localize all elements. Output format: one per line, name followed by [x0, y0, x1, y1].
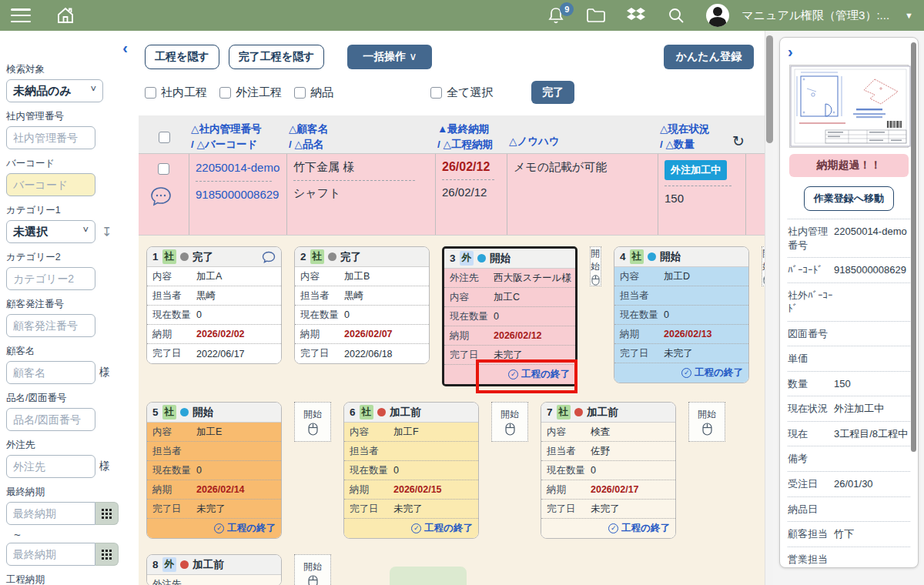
search-target-select[interactable]: 未納品のみ: [6, 79, 103, 102]
card-field-label: 完了日: [620, 347, 664, 360]
col-customer[interactable]: △顧客名/ △品名: [287, 115, 436, 153]
card-number: 1: [152, 251, 159, 262]
panel-expand-icon[interactable]: ›: [788, 43, 793, 60]
checkbox-outsource-process[interactable]: 外注工程: [219, 85, 282, 100]
start-dropzone[interactable]: 開始: [590, 246, 601, 286]
sidebar-collapse-icon[interactable]: ‹: [122, 40, 128, 55]
status-dot-icon: [328, 252, 336, 261]
main-scrollbar-thumb[interactable]: [766, 35, 773, 143]
detail-field-row: 図面番号: [788, 322, 910, 347]
process-card-5[interactable]: 5社開始内容加工E担当者現在数量0納期2026/02/14完了日未完了✓工程の終…: [146, 402, 282, 539]
user-avatar[interactable]: [706, 4, 729, 27]
partial-delivery-card[interactable]: [390, 567, 467, 585]
process-card-4[interactable]: 4社開始内容加工D担当者現在数量0納期2026/02/13完了日未完了✓工程の終…: [614, 246, 749, 383]
search-target-label: 検索対象: [6, 63, 131, 76]
checkbox-select-all[interactable]: 全て選択: [430, 85, 493, 100]
card-field-value: 未完了: [196, 503, 226, 516]
easy-register-button[interactable]: かんたん登録: [664, 45, 754, 69]
card-field-row: 担当者佐野: [541, 442, 675, 461]
start-dropzone[interactable]: 開始: [294, 402, 331, 442]
dropbox-icon[interactable]: [623, 2, 649, 28]
final-due-from-input[interactable]: [6, 502, 95, 525]
card-field-label: 納期: [152, 328, 196, 341]
process-card-7[interactable]: 7社加工前内容検査担当者佐野現在数量0納期2026/02/17完了日未完了✓工程…: [541, 402, 676, 539]
process-card-2[interactable]: 2社完了内容加工B担当者黒崎現在数量0納期2026/02/07完了日2022/0…: [294, 246, 430, 364]
category2-input[interactable]: [6, 267, 95, 290]
checkbox-internal-process[interactable]: 社内工程: [145, 85, 207, 100]
card-field-value: 加工B: [344, 270, 370, 283]
col-knowhow[interactable]: △ノウハウ: [507, 115, 658, 153]
calendar-icon[interactable]: [95, 502, 119, 525]
hide-completed-button[interactable]: 完了工程を隠す: [229, 45, 325, 69]
process-card-1[interactable]: 1社完了内容加工A担当者黒崎現在数量0納期2026/02/02完了日2022/0…: [146, 246, 282, 364]
checkbox-delivery[interactable]: 納品: [294, 85, 333, 100]
final-due-to-input[interactable]: [6, 543, 95, 566]
item-name-input[interactable]: [6, 408, 95, 431]
start-dropzone[interactable]: 開始: [294, 554, 331, 585]
end-process-link[interactable]: ✓工程の終了: [214, 522, 276, 535]
process-card-8[interactable]: 8外加工前外注先: [146, 554, 282, 585]
customer-order-no-input[interactable]: [6, 314, 95, 337]
card-field-value: 2026/02/13: [664, 329, 712, 339]
order-barcode-link[interactable]: 9185000008629: [196, 187, 280, 202]
card-field-value: 2026/02/07: [344, 329, 393, 339]
folder-icon[interactable]: [583, 2, 609, 28]
main-scrollbar[interactable]: [765, 31, 773, 585]
header-checkbox[interactable]: [159, 132, 170, 143]
notifications-bell-icon[interactable]: 9: [543, 2, 569, 28]
start-dropzone[interactable]: 開始: [688, 402, 725, 442]
user-menu-label[interactable]: マニュアル権限（管理3）:...: [742, 8, 889, 23]
card-field-value: 0: [664, 309, 669, 320]
card-field-label: 納期: [620, 328, 664, 341]
card-field-row: 担当者: [147, 442, 281, 461]
search-icon[interactable]: [663, 2, 689, 28]
hamburger-menu-icon[interactable]: [11, 8, 31, 22]
overdue-alert: 納期超過！！: [789, 154, 909, 177]
status-dot-icon: [180, 560, 189, 569]
card-field-value: 未完了: [494, 349, 523, 362]
status-badge[interactable]: 外注加工中: [665, 160, 727, 180]
end-process-link[interactable]: ✓工程の終了: [681, 366, 743, 379]
row-checkbox[interactable]: [158, 163, 169, 175]
panel-scrollbar-thumb[interactable]: [911, 42, 916, 452]
barcode-input[interactable]: [6, 173, 95, 196]
download-arrow-icon[interactable]: ↧: [102, 225, 112, 239]
drawing-thumbnail[interactable]: [789, 65, 909, 148]
user-menu-caret-icon[interactable]: ▼: [905, 11, 913, 20]
status-dot-icon: [180, 252, 189, 261]
detail-field-row: 備考: [788, 446, 910, 472]
subcontractor-input[interactable]: [6, 455, 95, 478]
card-field-row: 外注先: [147, 575, 281, 585]
order-id-link[interactable]: 22050014-demo: [196, 160, 280, 176]
process-card-wrap: 8外加工前外注先: [146, 554, 282, 585]
order-row[interactable]: 22050014-demo 9185000008629 竹下金属 様 シャフト …: [139, 154, 765, 236]
refresh-icon[interactable]: ↻: [732, 134, 745, 149]
process-card-3[interactable]: 3外開始外注先西大阪スチール様内容加工C現在数量0納期2026/02/12完了日…: [442, 246, 578, 386]
end-process-link[interactable]: ✓工程の終了: [411, 522, 473, 535]
calendar-icon[interactable]: [95, 543, 119, 566]
home-icon[interactable]: [52, 2, 79, 28]
chat-icon[interactable]: [149, 186, 172, 207]
chat-icon[interactable]: [262, 251, 276, 263]
hide-process-button[interactable]: 工程を隠す: [145, 45, 219, 69]
card-field-row: 内容加工A: [147, 267, 281, 286]
start-dropzone[interactable]: 開始: [491, 402, 528, 442]
end-process-link[interactable]: ✓工程の終了: [608, 522, 670, 535]
process-card-header: 1社完了: [147, 247, 281, 267]
category1-label: カテゴリー1: [6, 204, 131, 217]
category1-select[interactable]: 未選択: [6, 220, 95, 243]
card-field-row: 現在数量0: [614, 306, 748, 325]
customer-name-input[interactable]: [6, 361, 95, 384]
end-process-link[interactable]: ✓工程の終了: [508, 368, 570, 381]
col-internal-no[interactable]: △社内管理番号/ △バーコード: [189, 115, 287, 153]
bulk-action-button[interactable]: 一括操作 ∨: [347, 45, 432, 69]
process-card-6[interactable]: 6社加工前内容加工F担当者現在数量0納期2026/02/15完了日未完了✓工程の…: [343, 402, 479, 539]
col-final-due[interactable]: ▲最終納期/ △工程納期: [436, 115, 507, 153]
card-field-value: 0: [344, 309, 350, 320]
card-field-row: 納期2026/02/13: [614, 325, 748, 344]
goto-work-register-button[interactable]: 作業登録へ移動: [804, 186, 894, 211]
internal-no-input[interactable]: [6, 126, 95, 149]
process-cards-area: 1社完了内容加工A担当者黒崎現在数量0納期2026/02/02完了日2022/0…: [139, 236, 765, 585]
complete-button[interactable]: 完了: [531, 81, 574, 104]
date-range-tilde: ~: [14, 528, 131, 541]
